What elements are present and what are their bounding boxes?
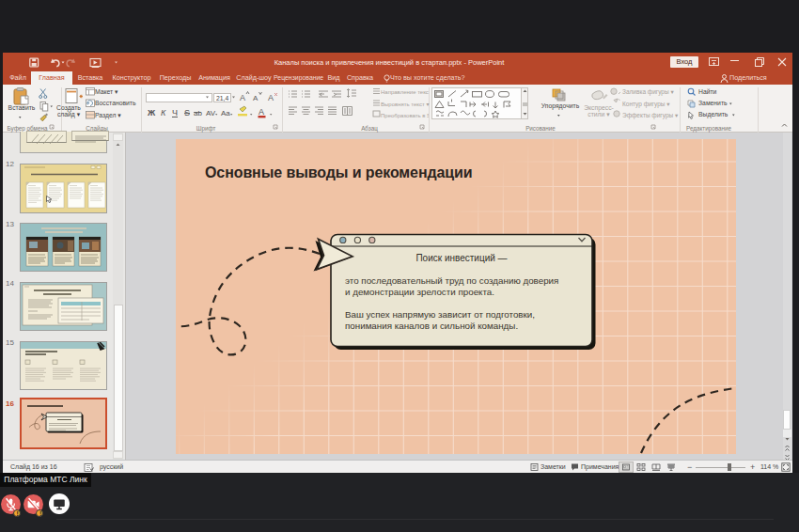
svg-text:Основные выводы и рекомендации: Основные выводы и рекомендации	[205, 164, 473, 180]
svg-text:Ч: Ч	[172, 108, 178, 117]
svg-text:Ж: Ж	[147, 108, 156, 117]
svg-text:Ваш успех напрямую зависит от: Ваш успех напрямую зависит от подготовки…	[345, 309, 535, 320]
svg-text:AV: AV	[206, 109, 216, 117]
svg-text:А: А	[258, 107, 264, 117]
svg-text:это последовательный труд по с: это последовательный труд по созданию до…	[345, 275, 558, 286]
svg-text:А: А	[268, 93, 274, 102]
svg-text:А: А	[253, 94, 258, 102]
svg-text:Aa: Aa	[221, 109, 230, 117]
svg-text:ab: ab	[194, 109, 202, 117]
svg-text:понимания каналов и сильной ко: понимания каналов и сильной команды.	[345, 321, 518, 331]
svg-text:К: К	[161, 108, 166, 117]
svg-text:Поиск инвестиций —: Поиск инвестиций —	[415, 253, 507, 263]
svg-text:и демонстрации зрелости проект: и демонстрации зрелости проекта.	[345, 287, 494, 297]
svg-text:А: А	[240, 93, 245, 102]
svg-text:S: S	[184, 108, 190, 117]
